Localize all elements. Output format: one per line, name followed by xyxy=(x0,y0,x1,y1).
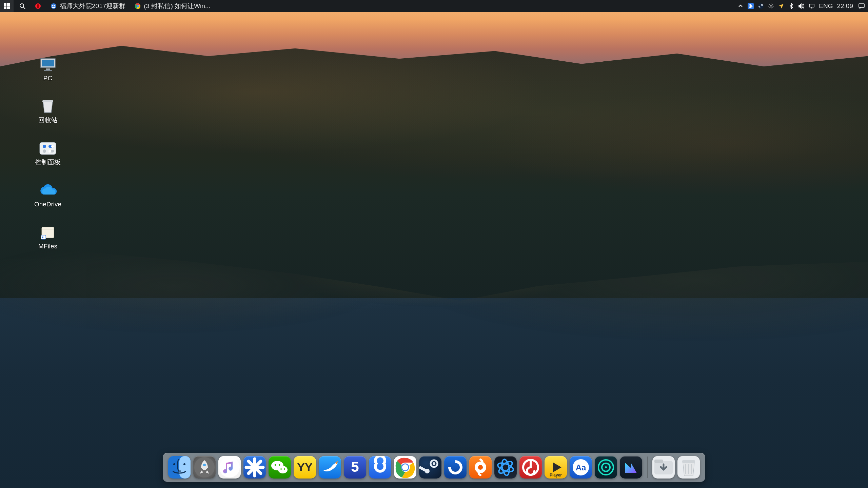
tray-volume-icon[interactable] xyxy=(796,0,807,12)
dock-thunder[interactable] xyxy=(318,455,342,479)
taskbar-app-chrome[interactable]: (3 封私信) 如何让Win... xyxy=(131,0,214,12)
taskbar-app-qq-group-label: 福师大外院2017迎新群 xyxy=(60,2,125,11)
folder-shortcut-icon xyxy=(38,224,57,241)
svg-point-58 xyxy=(478,465,483,470)
svg-rect-24 xyxy=(46,68,50,70)
tray-bluetooth-icon[interactable] xyxy=(786,0,796,12)
svg-rect-2 xyxy=(4,6,6,9)
taskbar-app-chrome-label: (3 封私信) 如何让Win... xyxy=(144,2,210,11)
svg-point-55 xyxy=(433,462,435,465)
desktop-icon-onedrive-label: OneDrive xyxy=(34,201,61,208)
recycle-bin-icon xyxy=(38,98,57,115)
dock-steam[interactable] xyxy=(418,455,442,479)
search-icon xyxy=(19,3,26,9)
dock-baidu-pan[interactable] xyxy=(368,455,392,479)
tray-location-icon[interactable] xyxy=(776,0,786,12)
svg-point-47 xyxy=(280,468,282,470)
svg-point-19 xyxy=(770,5,772,7)
dock-battlenet[interactable] xyxy=(494,455,517,479)
desktop-icon-recycle-bin[interactable]: 回收站 xyxy=(22,98,73,124)
svg-marker-63 xyxy=(553,462,561,472)
svg-point-31 xyxy=(43,149,46,153)
svg-text:YY: YY xyxy=(297,461,313,473)
dock-separator xyxy=(647,456,648,478)
tray-steam-icon[interactable] xyxy=(756,0,766,12)
svg-point-46 xyxy=(279,464,280,466)
dock-netease[interactable] xyxy=(519,455,542,479)
desktop[interactable]: PC 回收站 控制面板 OneDrive MFiles xyxy=(0,12,868,488)
dock-origin[interactable] xyxy=(469,455,492,479)
desktop-icon-onedrive[interactable]: OneDrive xyxy=(22,182,73,208)
svg-point-10 xyxy=(54,5,55,6)
dock-eudic[interactable]: Aa xyxy=(569,455,593,479)
dock-inner: YY5PlayerAa xyxy=(163,453,705,482)
svg-point-44 xyxy=(278,466,288,473)
dock-five[interactable]: 5 xyxy=(343,455,367,479)
svg-rect-11 xyxy=(52,7,55,8)
svg-point-9 xyxy=(52,5,54,6)
dock-finder[interactable] xyxy=(167,455,191,479)
svg-point-33 xyxy=(48,150,52,153)
svg-point-39 xyxy=(183,463,185,465)
svg-point-38 xyxy=(173,463,175,465)
dock-wechat[interactable] xyxy=(268,455,292,479)
svg-rect-26 xyxy=(42,100,53,102)
desktop-icon-mfiles-label: MFiles xyxy=(38,243,57,250)
dock-music[interactable] xyxy=(218,455,241,479)
dock-target[interactable] xyxy=(594,455,618,479)
svg-rect-0 xyxy=(4,3,6,6)
dock-tim[interactable] xyxy=(243,455,267,479)
desktop-icon-mfiles[interactable]: MFiles xyxy=(22,224,73,250)
dock-uplay[interactable] xyxy=(443,455,467,479)
tray-language[interactable]: ENG xyxy=(817,2,835,10)
svg-point-69 xyxy=(605,466,607,468)
dock-yy[interactable]: YY xyxy=(293,455,317,479)
taskbar-app-opera[interactable] xyxy=(31,0,45,12)
tray-network-icon[interactable] xyxy=(807,0,817,12)
windows-logo-icon xyxy=(3,3,10,9)
dock: YY5PlayerAa xyxy=(163,453,705,482)
svg-text:5: 5 xyxy=(351,459,359,475)
svg-rect-1 xyxy=(7,3,10,6)
svg-point-7 xyxy=(37,4,39,8)
desktop-icon-control-panel[interactable]: 控制面板 xyxy=(22,140,73,166)
dock-potplayer[interactable]: Player xyxy=(544,455,568,479)
desktop-icon-pc[interactable]: PC xyxy=(22,56,73,82)
control-panel-icon xyxy=(38,140,57,157)
svg-text:Player: Player xyxy=(550,473,562,477)
svg-rect-71 xyxy=(654,460,663,463)
opera-icon xyxy=(35,3,41,9)
tray-settings-icon[interactable] xyxy=(766,0,776,12)
tray-action-center-button[interactable] xyxy=(855,0,868,12)
svg-text:Aa: Aa xyxy=(576,463,586,472)
dock-downloads[interactable] xyxy=(652,455,675,479)
svg-rect-23 xyxy=(42,60,54,66)
svg-rect-72 xyxy=(682,460,695,463)
qq-group-icon xyxy=(50,3,57,9)
taskbar-search-button[interactable] xyxy=(16,0,29,12)
dock-launchpad[interactable] xyxy=(193,455,216,479)
dock-filmora[interactable] xyxy=(619,455,643,479)
tray-clock[interactable]: 22:09 xyxy=(835,2,855,10)
taskbar-app-qq-group[interactable]: 福师大外院2017迎新群 xyxy=(47,0,129,12)
onedrive-icon xyxy=(38,182,57,199)
svg-rect-27 xyxy=(40,142,56,155)
tray-tim-icon[interactable] xyxy=(746,0,756,12)
svg-point-45 xyxy=(275,464,276,466)
tray-expand-button[interactable] xyxy=(735,0,746,12)
dock-chrome[interactable] xyxy=(393,455,417,479)
taskbar-left: 福师大外院2017迎新群 (3 封私信) 如何让Win... xyxy=(0,0,214,12)
chrome-icon xyxy=(134,3,141,9)
svg-rect-20 xyxy=(809,4,814,7)
svg-point-28 xyxy=(43,145,46,148)
svg-rect-21 xyxy=(859,4,864,7)
svg-point-41 xyxy=(203,464,206,466)
svg-rect-25 xyxy=(44,70,52,71)
svg-point-8 xyxy=(51,3,56,9)
svg-point-30 xyxy=(51,145,54,148)
desktop-icon-recycle-bin-label: 回收站 xyxy=(38,117,58,124)
dock-trash[interactable] xyxy=(677,455,701,479)
svg-rect-37 xyxy=(179,456,191,479)
svg-rect-3 xyxy=(7,6,10,9)
start-button[interactable] xyxy=(0,0,14,12)
